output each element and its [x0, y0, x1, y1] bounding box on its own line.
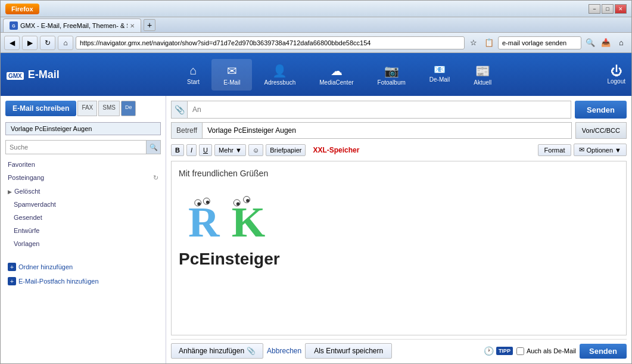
folder-arrow-icon: ▶: [8, 189, 12, 195]
tipp-badge: TIPP: [496, 347, 513, 355]
tab-title: GMX - E-Mail, FreeMail, Themen- & Sho...: [20, 22, 127, 29]
search-button[interactable]: 🔍: [146, 141, 160, 154]
star-icon[interactable]: ☆: [467, 36, 480, 49]
forward-button[interactable]: ▶: [22, 36, 38, 50]
attachment-icon: 📎: [171, 101, 188, 119]
compose-area: 📎 Senden Betreff Von/CC/BCC B I U Mehr: [166, 96, 631, 363]
sidebar: E-Mail schreiben FAX SMS De Vorlage PcEi…: [1, 96, 166, 363]
email-nav-icon: ✉: [227, 64, 237, 78]
italic-button[interactable]: I: [186, 144, 197, 156]
xxl-speicher-link[interactable]: XXL-Speicher: [308, 144, 364, 156]
nav-extra-icon[interactable]: 📥: [599, 36, 612, 49]
sidebar-geloescht[interactable]: ▶Gelöscht: [5, 186, 161, 197]
svg-point-4: [206, 201, 209, 204]
search-box: 🔍: [5, 140, 161, 154]
optionen-button[interactable]: ✉ Optionen ▼: [574, 144, 627, 156]
nav-email[interactable]: ✉ E-Mail: [211, 59, 252, 91]
nav-mediacenter-label: MediaCenter: [319, 79, 353, 86]
logout-icon: ⏻: [611, 64, 622, 78]
nav-email-label: E-Mail: [223, 79, 240, 86]
nav-demail[interactable]: 📧 De-Mail: [418, 59, 462, 91]
svg-point-2: [197, 203, 200, 206]
logout-label: Logout: [607, 78, 625, 85]
gmx-body: E-Mail schreiben FAX SMS De Vorlage PcEi…: [1, 96, 631, 363]
sms-tab[interactable]: SMS: [98, 101, 120, 116]
nav-fotoalbum[interactable]: 📷 Fotoalbum: [366, 59, 418, 91]
navbar: ◀ ▶ ↻ ⌂ ☆ 📋 🔍 📥 ⌂: [1, 33, 631, 53]
svg-point-9: [246, 199, 249, 202]
nav-start-label: Start: [187, 79, 200, 85]
recipient-input[interactable]: [188, 101, 571, 119]
reload-icon[interactable]: ↻: [153, 174, 158, 182]
nav-aktuell[interactable]: 📰 Aktuell: [462, 59, 503, 91]
optionen-envelope-icon: ✉: [579, 146, 584, 154]
subject-row: Betreff Von/CC/BCC: [171, 122, 627, 139]
vorlage-item[interactable]: Vorlage PcEinsteiger Augen: [5, 122, 161, 135]
entwurf-button[interactable]: Als Entwurf speichern: [305, 343, 392, 359]
sidebar-entwuerfe[interactable]: Entwürfe: [5, 225, 161, 236]
fax-tab[interactable]: FAX: [77, 101, 97, 116]
mehr-button[interactable]: Mehr ▼: [214, 144, 246, 156]
firefox-menu-button[interactable]: Firefox: [5, 4, 39, 14]
tab-favicon: G: [10, 21, 18, 30]
window-controls: − □ ✕: [589, 4, 627, 14]
add-mailbox-icon: +: [8, 277, 16, 285]
nav-start[interactable]: ⌂ Start: [175, 59, 211, 91]
attach-button[interactable]: Anhänge hinzufügen 📎: [171, 343, 263, 359]
editor-area[interactable]: Mit freundlichen Grüßen R K: [171, 161, 627, 335]
fotoalbum-nav-icon: 📷: [384, 64, 399, 78]
format-button[interactable]: Format: [538, 144, 572, 156]
nav-adressbuch-label: Adressbuch: [264, 79, 295, 86]
compose-button[interactable]: E-Mail schreiben: [5, 101, 76, 116]
nav-adressbuch[interactable]: 👤 Adressbuch: [252, 59, 307, 91]
minimize-button[interactable]: −: [589, 4, 600, 14]
paperclip-icon: 📎: [247, 347, 256, 355]
nav-home-icon[interactable]: ⌂: [615, 36, 628, 49]
nav-mediacenter[interactable]: ☁ MediaCenter: [307, 59, 365, 91]
gmx-logo: GMX E-Mail: [7, 69, 60, 81]
sidebar-spamverdacht[interactable]: Spamverdacht: [5, 199, 161, 210]
send-button-bottom[interactable]: Senden: [580, 344, 627, 359]
sidebar-vorlagen[interactable]: Vorlagen: [5, 238, 161, 249]
back-button[interactable]: ◀: [4, 36, 20, 50]
demail-nav-icon: 📧: [434, 64, 446, 75]
nav-demail-label: De-Mail: [429, 76, 450, 83]
send-button-top[interactable]: Senden: [575, 101, 627, 119]
sidebar-favoriten[interactable]: Favoriten: [5, 159, 161, 170]
bookmark-list-icon[interactable]: 📋: [482, 36, 496, 49]
attach-label: Anhänge hinzufügen: [179, 347, 244, 355]
add-mailbox-button[interactable]: + E-Mail-Postfach hinzufügen: [5, 275, 161, 287]
sidebar-posteingang[interactable]: Posteingang ↻: [5, 172, 161, 183]
de-tab[interactable]: De: [121, 101, 136, 116]
address-bar[interactable]: [76, 36, 465, 49]
sidebar-gesendet[interactable]: Gesendet: [5, 212, 161, 223]
de-mail-check: Auch als De-Mail: [516, 347, 576, 355]
add-mailbox-label: E-Mail-Postfach hinzufügen: [18, 278, 99, 285]
close-button[interactable]: ✕: [615, 4, 627, 14]
bold-button[interactable]: B: [171, 144, 184, 156]
maximize-button[interactable]: □: [602, 4, 614, 14]
editor-greeting: Mit freundlichen Grüßen: [179, 169, 619, 178]
add-folder-label: Ordner hinzufügen: [18, 263, 73, 270]
browser-tab[interactable]: G GMX - E-Mail, FreeMail, Themen- & Sho.…: [3, 18, 141, 32]
signature-name: PcEinsteiger: [179, 250, 619, 269]
search-bar[interactable]: [498, 36, 581, 49]
briefpapier-button[interactable]: Briefpapier: [266, 144, 306, 156]
search-go-icon[interactable]: 🔍: [584, 36, 597, 49]
add-folder-button[interactable]: + Ordner hinzufügen: [5, 261, 161, 273]
new-tab-button[interactable]: +: [144, 19, 155, 31]
voncc-button[interactable]: Von/CC/BCC: [575, 122, 627, 139]
de-mail-checkbox[interactable]: [516, 347, 524, 355]
emoji-button[interactable]: ☺: [248, 144, 263, 156]
logout-button[interactable]: ⏻ Logout: [607, 64, 625, 85]
search-input[interactable]: [6, 141, 146, 153]
gmx-logo-text: E-Mail: [28, 69, 60, 80]
home-button[interactable]: ⌂: [58, 36, 73, 50]
signature-logo: R K: [179, 188, 328, 247]
reload-button[interactable]: ↻: [40, 36, 55, 50]
subject-input[interactable]: [203, 122, 572, 139]
underline-button[interactable]: U: [199, 144, 212, 156]
tab-close-icon[interactable]: ✕: [130, 23, 135, 29]
abbrechen-button[interactable]: Abbrechen: [267, 347, 301, 355]
adressbuch-nav-icon: 👤: [272, 64, 287, 78]
